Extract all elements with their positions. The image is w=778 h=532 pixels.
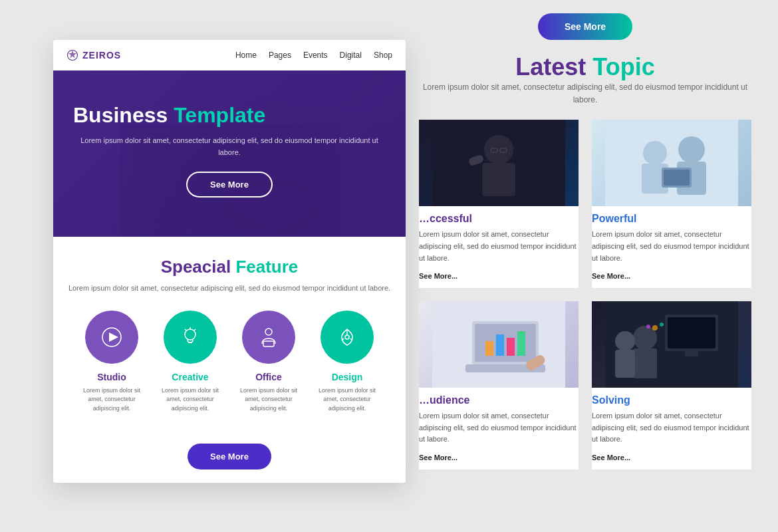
nav-shop[interactable]: Shop [374, 51, 392, 60]
article-solving-text: Lorem ipsum dolor sit amet, consectetur … [592, 410, 751, 446]
svg-line-15 [185, 329, 186, 331]
latest-topic-title: Latest Topic [419, 53, 751, 81]
svg-rect-38 [485, 341, 493, 356]
svg-point-16 [265, 329, 272, 335]
feature-design: Design Lorem ipsum dolor sit amet, conse… [314, 311, 380, 414]
svg-point-53 [660, 323, 664, 327]
nav-events[interactable]: Events [303, 51, 328, 60]
article-solving-image [592, 301, 751, 388]
person-desk-icon [255, 324, 282, 350]
hero-subtitle: Lorem ipsum dolor sit amet, consectetur … [73, 135, 386, 158]
article-powerful: Powerful Lorem ipsum dolor sit amet, con… [592, 120, 751, 288]
logo: ZEIROS [66, 49, 121, 61]
feature-studio: Studio Lorem ipsum dolor sit amet, conse… [78, 311, 145, 414]
hero-title: Business Template [73, 104, 386, 127]
features-see-more-button[interactable]: See More [188, 444, 271, 469]
latest-topic-section: Latest Topic Lorem ipsum dolor sit amet,… [419, 53, 751, 106]
svg-line-14 [194, 329, 195, 331]
design-label: Design [332, 372, 363, 382]
hero-section: Business Template Lorem ipsum dolor sit … [53, 70, 406, 237]
article-successful: …ccessful Lorem ipsum dolor sit amet, co… [419, 120, 579, 288]
man-thinking-illustration [419, 120, 579, 206]
article-powerful-category: Powerful [592, 213, 751, 225]
features-section: Speacial Feature Lorem ipsum dolor sit a… [53, 237, 406, 437]
svg-rect-34 [664, 170, 690, 186]
svg-rect-46 [668, 317, 715, 348]
article-solving: Solving Lorem ipsum dolor sit amet, cons… [592, 301, 751, 469]
nav-pages[interactable]: Pages [269, 51, 291, 60]
top-see-more-container: See More [419, 13, 751, 40]
creative-label: Creative [172, 372, 208, 382]
article-solving-see-more[interactable]: See More... [592, 454, 630, 462]
svg-rect-28 [605, 120, 738, 206]
article-audience-category: …udience [419, 394, 579, 406]
article-successful-see-more[interactable]: See More... [419, 272, 457, 280]
play-icon [98, 324, 125, 350]
office-desc: Lorem ipsum dolor sit amet, consectetur … [235, 386, 302, 414]
office-circle [242, 311, 295, 364]
pen-tool-icon [334, 324, 360, 350]
article-successful-body: …ccessful Lorem ipsum dolor sit amet, co… [419, 206, 579, 288]
latest-topic-subtitle: Lorem ipsum dolor sit amet, consectetur … [419, 81, 751, 106]
article-audience-image [419, 301, 579, 388]
logo-icon [66, 49, 78, 61]
nav-digital[interactable]: Digital [340, 51, 362, 60]
svg-rect-24 [482, 163, 515, 196]
svg-rect-47 [685, 351, 698, 356]
left-card-footer: See More [53, 437, 406, 483]
articles-grid: …ccessful Lorem ipsum dolor sit amet, co… [419, 120, 751, 469]
svg-point-23 [484, 135, 513, 164]
right-panel: See More Latest Topic Lorem ipsum dolor … [392, 0, 778, 483]
svg-point-54 [646, 325, 650, 329]
svg-marker-10 [109, 332, 118, 342]
svg-point-18 [345, 335, 349, 339]
svg-point-29 [643, 141, 667, 165]
nav-home[interactable]: Home [235, 51, 257, 60]
navbar: ZEIROS Home Pages Events Digital Shop [53, 40, 406, 70]
article-powerful-body: Powerful Lorem ipsum dolor sit amet, con… [592, 206, 751, 288]
svg-rect-41 [517, 331, 525, 356]
svg-rect-17 [263, 341, 274, 346]
svg-rect-40 [507, 338, 515, 356]
office-team-illustration [592, 301, 751, 388]
hero-see-more-button[interactable]: See More [186, 172, 273, 198]
features-title: Speacial Feature [66, 257, 392, 277]
article-audience: …udience Lorem ipsum dolor sit amet, con… [419, 301, 579, 469]
article-successful-image [419, 120, 579, 206]
feature-office: Office Lorem ipsum dolor sit amet, conse… [235, 311, 302, 414]
svg-rect-39 [496, 334, 504, 356]
article-powerful-image [592, 120, 751, 206]
article-powerful-text: Lorem ipsum dolor sit amet, consectetur … [592, 229, 751, 264]
article-audience-body: …udience Lorem ipsum dolor sit amet, con… [419, 388, 579, 469]
studio-circle [85, 311, 138, 364]
feature-creative: Creative Lorem ipsum dolor sit amet, con… [157, 311, 223, 414]
svg-rect-37 [475, 324, 536, 362]
svg-rect-49 [633, 348, 657, 378]
article-successful-category: …ccessful [419, 213, 579, 225]
bulb-icon [177, 324, 203, 350]
svg-rect-51 [615, 350, 635, 378]
creative-circle [164, 311, 217, 364]
article-successful-text: Lorem ipsum dolor sit amet, consectetur … [419, 229, 579, 264]
top-see-more-button[interactable]: See More [538, 13, 632, 40]
studio-label: Studio [97, 372, 126, 382]
article-audience-see-more[interactable]: See More... [419, 454, 457, 462]
features-subtitle: Lorem ipsum dolor sit amet, consectetur … [66, 283, 392, 295]
svg-point-50 [615, 331, 635, 351]
hero-content: Business Template Lorem ipsum dolor sit … [53, 70, 406, 217]
studio-desc: Lorem ipsum dolor sit amet, consectetur … [78, 386, 145, 414]
business-team-illustration [592, 120, 751, 206]
laptop-charts-illustration [419, 301, 579, 388]
design-circle [321, 311, 374, 364]
article-audience-text: Lorem ipsum dolor sit amet, consectetur … [419, 410, 579, 446]
svg-point-31 [678, 136, 705, 163]
creative-desc: Lorem ipsum dolor sit amet, consectetur … [157, 386, 223, 414]
design-desc: Lorem ipsum dolor sit amet, consectetur … [314, 386, 380, 414]
left-card: ZEIROS Home Pages Events Digital Shop [53, 40, 406, 483]
office-label: Office [255, 372, 282, 382]
article-powerful-see-more[interactable]: See More... [592, 272, 630, 280]
svg-point-52 [652, 325, 658, 331]
features-icons-row: Studio Lorem ipsum dolor sit amet, conse… [66, 311, 392, 414]
article-solving-category: Solving [592, 394, 751, 406]
nav-links: Home Pages Events Digital Shop [235, 51, 392, 60]
